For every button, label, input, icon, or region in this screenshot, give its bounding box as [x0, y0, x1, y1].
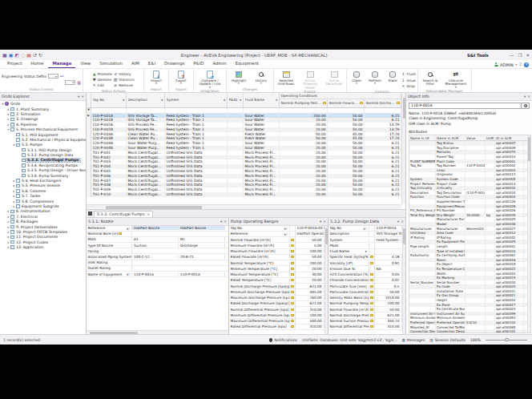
property-row[interactable]: Normal Flowrate [m³/h]50.00 [328, 307, 402, 312]
property-row[interactable]: Viscosity [cP]0.91 [328, 260, 402, 266]
chevron-down-icon[interactable]: ▾ [515, 63, 517, 66]
pin-icon[interactable]: ▾ [524, 95, 526, 99]
property-row[interactable]: Fluid Name▼ [328, 249, 402, 255]
property-value[interactable]: A1 [132, 237, 179, 241]
zoom-slider[interactable] [486, 340, 527, 341]
filter-cell[interactable] [165, 108, 228, 113]
property-row[interactable]: DescriptionShS Storage Tank Feed... [328, 232, 402, 237]
property-row[interactable]: Tag No▲1110-P-001A-OC [229, 226, 324, 232]
grid-filter-row[interactable]: ▼ [87, 108, 401, 114]
property-value[interactable]: HasPart Nozzle [132, 226, 179, 230]
property-value[interactable]: 30.00 [296, 272, 324, 276]
issue-button[interactable]: ↧Issue [401, 78, 416, 83]
filter-cell[interactable] [228, 108, 244, 113]
ribbon-tab-admin[interactable]: Admin [208, 60, 230, 68]
property-value[interactable]: 20.00 [296, 267, 324, 271]
property-value[interactable]: 50.00 [375, 308, 402, 312]
column-header-2[interactable]: Description▼ [127, 93, 165, 107]
attributes-vertical-scrollbar[interactable] [527, 135, 531, 332]
property-value[interactable]: 200.00 [375, 301, 402, 305]
property-value[interactable]: 110-P-001A [132, 272, 179, 276]
property-value[interactable]: B1 [179, 237, 225, 241]
tab-centrifugal-pumps[interactable]: 5.3.3. Centrifugal Pumps × [94, 211, 153, 217]
ribbon-tab-simulation[interactable]: Simulation [95, 60, 127, 68]
pin-icon[interactable]: ▾ [320, 220, 321, 224]
property-row[interactable]: Rated Discharge Pressure [kpa(g)]621.00 [229, 301, 324, 307]
status-grid-icon[interactable]: ▥ [77, 80, 81, 85]
publish-active-datasheet-button[interactable]: Active Datasheet [324, 70, 345, 87]
help-icon[interactable]: ? [524, 62, 529, 67]
status-tree-icon[interactable]: ⚯ [60, 74, 63, 79]
users-icon[interactable]: ◩ [14, 53, 19, 58]
close-icon[interactable]: × [224, 220, 227, 224]
filter-cell[interactable] [127, 108, 165, 113]
ribbon-tab-equipment[interactable]: Equipment [232, 60, 263, 68]
property-row[interactable]: SystemFeed System - Train 1 [328, 237, 402, 243]
property-row[interactable]: Particulate Concentration [%]50.00 [328, 289, 402, 295]
close-icon[interactable]: × [323, 220, 326, 224]
property-value[interactable]: 310.00 [375, 324, 402, 328]
close-icon[interactable]: × [81, 95, 84, 99]
grid-horizontal-scrollbar[interactable] [87, 204, 401, 209]
nozzle-row[interactable]: Name of Equipment▲1110-P-001A110-P-001A [87, 272, 228, 277]
key-icon[interactable]: ⚿ [519, 62, 522, 67]
oc-column-header-2[interactable]: Normal Flowrate [m³/h] [328, 99, 365, 107]
nozzle-row[interactable]: Inlet Rating [87, 260, 228, 266]
nozzle-row[interactable]: Facing [87, 248, 228, 254]
attribute-row[interactable]: Connection Design &...Connection Design … [409, 329, 527, 333]
messages-button[interactable]: ▦ Messages [401, 338, 425, 342]
property-value[interactable]: HasPart Operating [296, 232, 324, 236]
filter-cell[interactable] [91, 108, 127, 113]
highlight-button[interactable]: Highlight▾ [228, 70, 249, 86]
property-row[interactable]: Normal Flowrate [m³/h]50.00 [229, 237, 324, 243]
property-value[interactable]: 621.00 [296, 284, 324, 288]
publish-active-drawing-sheet-button[interactable]: Active Drawing Sheet [298, 70, 322, 90]
property-row[interactable]: Maximum Differential Pressure [kpa]500.0… [229, 319, 324, 324]
property-row[interactable]: H2S Concentration [%]0.05 [328, 272, 402, 278]
property-value[interactable]: Feed System - Train 1 [375, 238, 402, 242]
property-row[interactable]: Reference▲1HasPart Operating [229, 232, 324, 237]
property-row[interactable]: Rated Temperature [°C]20.00 [229, 278, 324, 284]
attr-column-header-4[interactable]: UoM [486, 135, 495, 140]
attr-column-header-1[interactable]: Name in UE [409, 135, 436, 140]
nozzle-row[interactable]: Outlet Rating [87, 266, 228, 272]
pin-icon[interactable]: ▾ [220, 220, 222, 224]
pin-icon[interactable]: ▾ [78, 95, 79, 99]
ribbon-tab-p-id[interactable]: P&ID [189, 60, 208, 68]
property-value[interactable]: 0.05 [375, 272, 402, 276]
minimize-button[interactable]: — [510, 53, 514, 58]
filter-icon[interactable]: ▼ [224, 99, 225, 102]
unitsets-status[interactable]: UnitSets: Database: Unit sets 'kAg/mm2.s… [302, 338, 397, 342]
operating-vertical-scrollbar[interactable] [324, 226, 328, 334]
ribbon-tab-e-i[interactable]: E&I [144, 60, 159, 68]
property-row[interactable]: Rated Flowrate [m³/h]50.00 [229, 255, 324, 260]
property-value[interactable]: 500.00 [296, 319, 324, 323]
object-search-button[interactable] [522, 103, 530, 109]
property-row[interactable]: Maximum Discharge Pressure [kpa(...760.0… [229, 296, 324, 301]
pin-icon[interactable]: ▾ [397, 220, 399, 224]
nozzle-row[interactable]: Reference▲1HasPart NozzleHasPart Nozzle [87, 226, 228, 232]
close-icon[interactable]: × [527, 95, 530, 99]
property-row[interactable]: Maximum Temperature [°C]30.00 [229, 272, 324, 278]
property-value[interactable]: 344.74 [375, 319, 402, 323]
property-value[interactable]: ShS Storage Tank Feed... [375, 232, 402, 236]
nozzle-row[interactable]: Nominal Bore [in] [87, 232, 228, 237]
close-button[interactable]: ✕ [526, 53, 530, 58]
property-value[interactable]: 760.00 [296, 296, 324, 300]
promote-button[interactable]: ▲Promote [92, 71, 111, 77]
property-value[interactable]: 310.00 [296, 308, 324, 312]
notifications-button[interactable]: Notifications [269, 338, 297, 342]
ribbon-tab-home[interactable]: Home [26, 60, 47, 68]
tree-item[interactable]: ▾5. Process Mechanical Equipment [0, 127, 86, 131]
property-row[interactable]: Minimum Differential Pressure [kpa]100.0… [229, 312, 324, 318]
filter-icon[interactable]: ▼ [123, 99, 124, 102]
property-row[interactable]: Minimum Discharge Pressure [kpa(g)]405.0… [229, 289, 324, 295]
property-value[interactable]: 100-C-12 [132, 255, 179, 259]
close-icon[interactable]: × [147, 212, 150, 216]
restore-button[interactable]: ❐ [518, 53, 522, 58]
column-header-3[interactable]: System▼ [165, 93, 228, 107]
property-row[interactable]: P&ID [328, 243, 402, 248]
session-defaults-button[interactable]: ▨ Session Defaults [429, 338, 466, 342]
oc-column-header-1[interactable]: Normal Pumping Temperature [°C] [280, 99, 328, 107]
filter-cell[interactable] [280, 108, 328, 113]
